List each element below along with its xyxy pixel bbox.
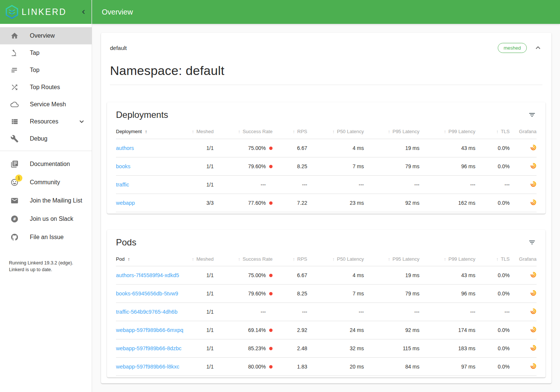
slack-icon: # <box>10 214 19 223</box>
resource-link[interactable]: traffic <box>116 182 129 188</box>
filter-icon[interactable] <box>528 239 536 246</box>
success-rate-value: 79.60% <box>214 285 273 303</box>
sidebar-item-join-us-on-slack[interactable]: # Join us on Slack <box>0 210 92 228</box>
top-icon <box>10 66 19 75</box>
chevron-up-icon[interactable] <box>534 43 542 52</box>
sort-header-deployment[interactable]: Deployment↑ <box>116 125 191 139</box>
table-row: books-65945656db-5tvw9 1/1 79.60% 8.25 7… <box>116 285 537 303</box>
sidebar-item-service-mesh[interactable]: Service Mesh <box>0 96 92 113</box>
sort-arrow-icon: ↑ <box>332 129 335 134</box>
sort-arrow-icon: ↑ <box>332 256 335 262</box>
version-line: Running Linkerd 19.3.2 (edge). <box>9 260 83 266</box>
column-header-grafana: Grafana <box>510 252 537 266</box>
p99-latency-value: 183 ms <box>419 339 475 358</box>
wrench-icon <box>10 134 19 143</box>
sidebar-item-community[interactable]: 1 Community <box>0 173 92 191</box>
rps-value: 8.25 <box>273 285 307 303</box>
grafana-link[interactable] <box>530 163 537 169</box>
rps-value: 8.25 <box>273 157 307 175</box>
sidebar-item-top-routes[interactable]: Top Routes <box>0 79 92 96</box>
sort-header-p95-latency[interactable]: ↑P95 Latency <box>364 125 419 139</box>
meshed-value: 1/1 <box>191 266 214 285</box>
sidebar-item-tap[interactable]: Tap <box>0 44 92 62</box>
p95-latency-value: 79 ms <box>364 157 419 175</box>
p50-latency-value: 20 ms <box>307 358 364 376</box>
p99-latency-value: 162 ms <box>419 194 475 212</box>
sidebar-item-file-an-issue[interactable]: File an Issue <box>0 228 92 246</box>
grafana-link[interactable] <box>530 199 537 206</box>
table-header-row: Deployment↑↑Meshed↑Success Rate↑RPS↑P50 … <box>116 125 537 139</box>
table-row: books 1/1 79.60% 8.25 7 ms 79 ms 96 ms 0… <box>116 157 537 175</box>
namespace-card-header: default meshed <box>110 33 542 54</box>
sort-header-p99-latency[interactable]: ↑P99 Latency <box>419 125 475 139</box>
success-rate-value: --- <box>214 175 273 194</box>
sort-header-p95-latency[interactable]: ↑P95 Latency <box>364 252 419 266</box>
sidebar-item-top[interactable]: Top <box>0 62 92 79</box>
sidebar-item-resources[interactable]: Resources <box>0 113 92 130</box>
collapse-sidebar-icon[interactable] <box>79 8 88 16</box>
grafana-link[interactable] <box>530 363 537 369</box>
meshed-value: 1/1 <box>191 358 214 376</box>
resource-link[interactable]: traffic-564b9c9765-4dh6b <box>116 309 177 315</box>
p95-latency-value: 19 ms <box>364 139 419 157</box>
grafana-link[interactable] <box>530 345 537 351</box>
sort-header-rps[interactable]: ↑RPS <box>273 125 307 139</box>
rps-value: --- <box>273 175 307 194</box>
grafana-link[interactable] <box>530 290 537 296</box>
p95-latency-value: 115 ms <box>364 339 419 358</box>
resource-link[interactable]: books <box>116 163 130 169</box>
grafana-link[interactable] <box>530 308 537 314</box>
sidebar-item-overview[interactable]: Overview <box>0 27 92 44</box>
filter-icon[interactable] <box>528 111 536 119</box>
sort-arrow-icon: ↑ <box>145 129 147 134</box>
sort-header-p50-latency[interactable]: ↑P50 Latency <box>307 125 364 139</box>
sidebar-nav-secondary: Documentation 1 Community Join the Maili… <box>0 151 92 246</box>
sidebar-item-label: Top Routes <box>30 84 86 91</box>
grafana-link[interactable] <box>530 181 537 187</box>
p99-latency-value: 96 ms <box>419 157 475 175</box>
chevron-down-icon[interactable] <box>78 117 86 126</box>
meshed-value: 1/1 <box>191 303 214 321</box>
resource-link[interactable]: authors-7f45589f94-xdkd5 <box>116 272 179 278</box>
tls-value: 0.0% <box>475 266 510 285</box>
namespace-title: Namespace: default <box>110 63 542 78</box>
uptodate-line: Linkerd is up to date. <box>9 266 83 273</box>
app-root: LINKERD Overview Tap Top Top Ro <box>0 0 560 392</box>
sidebar: LINKERD Overview Tap Top Top Ro <box>0 0 92 392</box>
sort-header-tls[interactable]: ↑TLS <box>475 252 510 266</box>
sidebar-item-join-the-mailing-list[interactable]: Join the Mailing List <box>0 191 92 210</box>
p95-latency-value: 79 ms <box>364 285 419 303</box>
sort-header-pod[interactable]: Pod↑ <box>116 252 191 266</box>
sidebar-item-label: File an Issue <box>30 234 86 241</box>
sort-header-p50-latency[interactable]: ↑P50 Latency <box>307 252 364 266</box>
status-dot <box>269 165 273 168</box>
grafana-link[interactable] <box>530 144 537 151</box>
grafana-icon <box>530 363 537 369</box>
sidebar-item-documentation[interactable]: Documentation <box>0 155 92 173</box>
sort-arrow-icon: ↑ <box>496 129 499 134</box>
deployments-card: Deployments Deployment↑↑Meshed↑Success R… <box>107 102 545 214</box>
grafana-icon <box>530 181 537 187</box>
sort-header-p99-latency[interactable]: ↑P99 Latency <box>419 252 475 266</box>
success-rate-value: 79.60% <box>214 157 273 175</box>
sort-arrow-icon: ↑ <box>192 256 194 262</box>
sort-header-meshed[interactable]: ↑Meshed <box>191 252 214 266</box>
p95-latency-value: --- <box>364 175 419 194</box>
grafana-link[interactable] <box>530 326 537 333</box>
table-header-row: Pod↑↑Meshed↑Success Rate↑RPS↑P50 Latency… <box>116 252 537 266</box>
sort-header-meshed[interactable]: ↑Meshed <box>191 125 214 139</box>
resource-link[interactable]: webapp-597f989b66-l8kxc <box>116 364 179 370</box>
sort-header-tls[interactable]: ↑TLS <box>475 125 510 139</box>
sort-header-success-rate[interactable]: ↑Success Rate <box>214 252 273 266</box>
p99-latency-value: 96 ms <box>419 285 475 303</box>
resource-link[interactable]: webapp-597f989b66-6mxpq <box>116 327 183 333</box>
status-dot <box>269 347 273 350</box>
resource-link[interactable]: webapp-597f989b66-8dzbc <box>116 345 182 351</box>
resource-link[interactable]: webapp <box>116 200 135 206</box>
sort-header-success-rate[interactable]: ↑Success Rate <box>214 125 273 139</box>
sort-header-rps[interactable]: ↑RPS <box>273 252 307 266</box>
resource-link[interactable]: authors <box>116 145 134 151</box>
resource-link[interactable]: books-65945656db-5tvw9 <box>116 291 178 297</box>
sidebar-item-debug[interactable]: Debug <box>0 130 92 147</box>
grafana-link[interactable] <box>530 272 537 278</box>
